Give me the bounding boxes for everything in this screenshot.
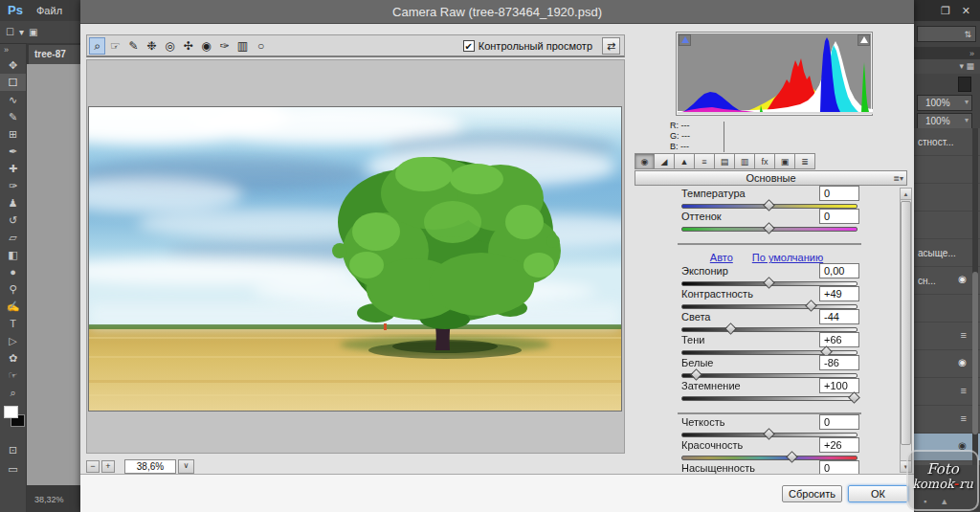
panel-toggle-icon[interactable]: ▣ bbox=[29, 27, 37, 37]
dodge-tool[interactable]: ⚲ bbox=[0, 280, 26, 298]
slider-track[interactable] bbox=[681, 396, 858, 401]
auto-link[interactable]: Авто bbox=[710, 252, 733, 263]
layer-row[interactable]: ◉ bbox=[914, 350, 980, 378]
reset-button[interactable]: Сбросить bbox=[782, 485, 842, 502]
layer-row[interactable] bbox=[914, 156, 980, 184]
move-tool[interactable]: ✥ bbox=[0, 56, 26, 74]
tab-lens-corrections[interactable]: ▥ bbox=[735, 153, 755, 169]
tab-camera-calibration[interactable]: ▣ bbox=[775, 153, 795, 169]
tab-effects[interactable]: fx bbox=[755, 153, 775, 169]
rectangular-marquee-tool[interactable]: ☐ bbox=[0, 74, 26, 91]
zoom-in-button[interactable]: + bbox=[101, 460, 115, 473]
slider-thumb[interactable] bbox=[763, 199, 775, 211]
slider-value[interactable]: -44 bbox=[819, 309, 859, 324]
scrollbar-thumb[interactable] bbox=[972, 272, 978, 434]
slider-value[interactable]: 0 bbox=[819, 186, 859, 201]
toolbar-collapse-icon[interactable]: » bbox=[0, 44, 26, 56]
layer-row[interactable]: сн...◉ bbox=[914, 267, 980, 295]
layer-row[interactable] bbox=[914, 295, 980, 323]
close-window-icon[interactable]: ✕ bbox=[962, 5, 970, 17]
hand-tool[interactable]: ☞ bbox=[0, 367, 26, 384]
red-eye-tool[interactable]: ◉ bbox=[198, 37, 214, 55]
layers-scrollbar[interactable] bbox=[972, 128, 978, 465]
brush-tool[interactable]: ✑ bbox=[0, 177, 26, 194]
slider-thumb[interactable] bbox=[786, 451, 798, 463]
tab-presets[interactable]: ≣ bbox=[795, 153, 815, 169]
custom-shape-tool[interactable]: ✿ bbox=[0, 349, 26, 367]
slider-value[interactable]: +49 bbox=[819, 286, 859, 301]
slider-value[interactable]: 0 bbox=[819, 209, 859, 224]
slider-track[interactable] bbox=[681, 227, 858, 232]
slider-thumb[interactable] bbox=[724, 323, 737, 335]
layer-row[interactable]: ≡ bbox=[914, 378, 980, 406]
photo-preview[interactable] bbox=[88, 106, 622, 412]
scroll-up-icon[interactable]: ▲ bbox=[901, 189, 911, 200]
hand-tool[interactable]: ☞ bbox=[107, 37, 123, 55]
zoom-dropdown-icon[interactable]: ∨ bbox=[178, 459, 194, 474]
layer-row[interactable]: ≡ bbox=[914, 323, 980, 350]
pen-tool[interactable]: ✍ bbox=[0, 298, 26, 315]
layer-row[interactable]: асыще... bbox=[914, 239, 980, 267]
layer-row[interactable]: стност... bbox=[914, 128, 980, 156]
tab-tone-curve[interactable]: ◢ bbox=[655, 153, 675, 169]
tab-basic[interactable]: ◉ bbox=[635, 153, 655, 169]
crop-tool[interactable]: ⊞ bbox=[0, 125, 26, 143]
eye-icon[interactable]: ◉ bbox=[958, 357, 967, 367]
scrollbar-thumb[interactable] bbox=[901, 201, 911, 445]
document-tab[interactable]: tree-87 bbox=[29, 45, 80, 64]
fill-slider-block[interactable] bbox=[958, 77, 971, 92]
zoom-tool[interactable]: ⌕ bbox=[89, 37, 105, 55]
foreground-color-swatch[interactable] bbox=[4, 406, 18, 418]
tab-detail[interactable]: ▲ bbox=[675, 153, 695, 169]
screen-mode-icon[interactable]: ▭ bbox=[8, 463, 17, 476]
type-tool[interactable]: T bbox=[0, 315, 26, 332]
zoom-level-select[interactable]: 38,6% bbox=[124, 459, 176, 474]
blur-tool[interactable]: ● bbox=[0, 263, 26, 280]
spot-removal-tool[interactable]: ✣ bbox=[180, 37, 196, 55]
zoom-out-button[interactable]: − bbox=[86, 460, 100, 473]
tab-split-toning[interactable]: ▤ bbox=[715, 153, 735, 169]
clone-stamp-tool[interactable]: ♟ bbox=[0, 194, 26, 211]
quick-mask-icon[interactable]: ⊡ bbox=[9, 444, 17, 456]
history-brush-tool[interactable]: ↺ bbox=[0, 211, 26, 229]
settings-scrollbar[interactable]: ▲ ▼ bbox=[900, 188, 912, 473]
healing-brush-tool[interactable]: ✚ bbox=[0, 160, 26, 177]
eyedropper-tool[interactable]: ✒ bbox=[0, 143, 26, 160]
layer-row[interactable]: ≡ bbox=[914, 406, 980, 434]
slider-thumb[interactable] bbox=[690, 368, 702, 381]
panel-collapse-icon[interactable]: » bbox=[969, 49, 974, 58]
targeted-adjustment-tool[interactable]: ◎ bbox=[162, 37, 178, 55]
layer-row[interactable] bbox=[914, 184, 980, 211]
white-balance-tool[interactable]: ✎ bbox=[125, 37, 142, 55]
defaults-link[interactable]: По умолчанию bbox=[752, 252, 823, 263]
slider-thumb[interactable] bbox=[763, 428, 775, 440]
chevron-down-icon[interactable]: ▾ bbox=[965, 116, 969, 128]
highlight-clipping-button[interactable] bbox=[858, 34, 870, 46]
path-selection-tool[interactable]: ▷ bbox=[0, 332, 26, 349]
adjustment-brush-tool[interactable]: ✑ bbox=[216, 37, 233, 55]
quick-selection-tool[interactable]: ✎ bbox=[0, 108, 26, 125]
chevron-down-icon[interactable]: ▾ bbox=[965, 98, 969, 110]
ok-button[interactable]: ОК bbox=[848, 485, 908, 502]
slider-value[interactable]: -86 bbox=[819, 355, 859, 370]
slider-thumb[interactable] bbox=[848, 391, 860, 404]
canvas-zoom-level[interactable]: 38,32% bbox=[34, 495, 64, 504]
slider-thumb[interactable] bbox=[805, 300, 817, 312]
slider-value[interactable]: 0 bbox=[819, 414, 859, 430]
fill-field[interactable]: 100% ▾ bbox=[917, 113, 972, 129]
graduated-filter-tool[interactable]: ▥ bbox=[234, 37, 251, 55]
tool-preset-icon[interactable]: ☐ bbox=[6, 27, 14, 37]
restore-window-icon[interactable]: ❐ bbox=[941, 5, 950, 17]
lasso-tool[interactable]: ∿ bbox=[0, 91, 26, 108]
eye-icon[interactable]: ◉ bbox=[958, 274, 967, 284]
tab-hsl-grayscale[interactable]: ≡ bbox=[695, 153, 715, 169]
slider-value[interactable]: 0,00 bbox=[819, 263, 859, 278]
slider-value[interactable]: +26 bbox=[819, 437, 859, 453]
color-sampler-tool[interactable]: ❉ bbox=[144, 37, 160, 55]
shadow-clipping-button[interactable] bbox=[679, 34, 691, 46]
opacity-field[interactable]: 100% ▾ bbox=[917, 95, 972, 111]
slider-thumb[interactable] bbox=[763, 277, 775, 289]
fullscreen-toggle-button[interactable]: ⇄ bbox=[602, 37, 620, 55]
menu-file[interactable]: Файл bbox=[36, 5, 62, 16]
eraser-tool[interactable]: ▱ bbox=[0, 229, 26, 246]
